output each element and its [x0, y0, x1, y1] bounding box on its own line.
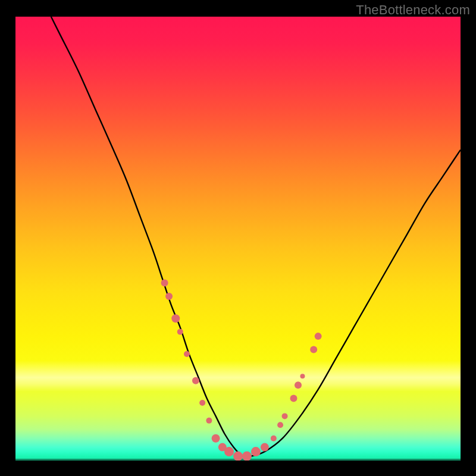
marker-dot: [177, 329, 183, 335]
marker-dot: [171, 314, 180, 322]
marker-dot: [242, 452, 252, 461]
marker-dot: [290, 395, 298, 402]
bottleneck-curve: [51, 17, 461, 457]
chart-frame: [15, 17, 461, 461]
marker-dot: [295, 381, 302, 389]
marker-dot: [233, 452, 243, 461]
marker-dot: [206, 418, 212, 424]
marker-dot: [161, 280, 168, 287]
marker-dot: [199, 400, 205, 406]
watermark-text: TheBottleneck.com: [356, 2, 470, 18]
marker-dot: [282, 413, 288, 419]
marker-dot: [192, 377, 199, 384]
chart-svg: [15, 17, 461, 461]
marker-group: [161, 280, 322, 461]
marker-dot: [315, 333, 322, 340]
marker-dot: [224, 447, 234, 456]
marker-dot: [251, 447, 261, 456]
marker-dot: [184, 351, 190, 357]
marker-dot: [300, 374, 305, 378]
marker-dot: [271, 436, 277, 441]
marker-dot: [165, 293, 173, 300]
marker-dot: [277, 422, 283, 428]
marker-dot: [261, 443, 269, 452]
marker-dot: [212, 434, 220, 443]
marker-dot: [310, 346, 317, 353]
